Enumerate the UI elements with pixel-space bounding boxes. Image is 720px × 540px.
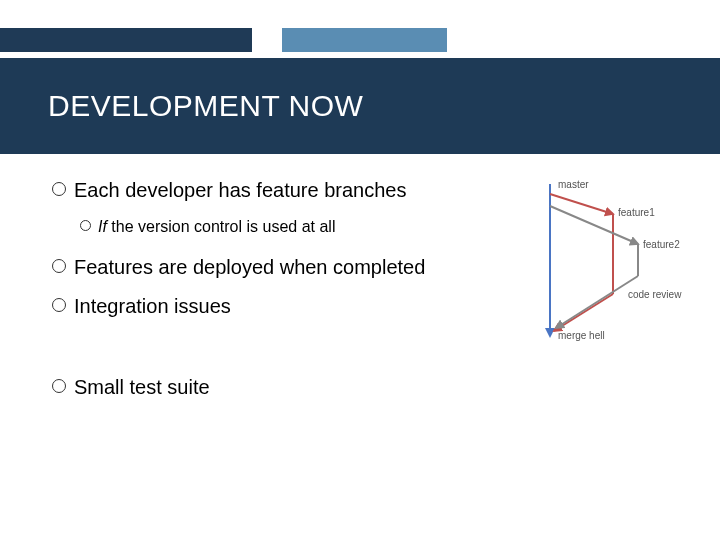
band-blue [282,28,447,52]
band-dark [0,28,252,52]
label-feature1: feature1 [618,207,655,218]
label-feature2: feature2 [643,239,680,250]
circle-bullet-icon [52,298,66,312]
circle-bullet-icon [80,220,91,231]
bullet-2-text: Features are deployed when completed [74,255,425,280]
label-master: master [558,179,589,190]
bullet-1: Each developer has feature branches [52,178,482,203]
bullet-4: Small test suite [52,375,482,400]
bullet-4-text: Small test suite [74,375,210,400]
circle-bullet-icon [52,259,66,273]
top-color-band [0,28,720,52]
bullet-2: Features are deployed when completed [52,255,482,280]
sub-italic: If [98,218,107,235]
band-gap [252,28,282,52]
band-rest [447,28,720,52]
circle-bullet-icon [52,379,66,393]
bullet-1-sub-text: If the version control is used at all [98,217,335,237]
feature1-merge [554,294,613,331]
bullet-1-text: Each developer has feature branches [74,178,406,203]
bullet-1-sub: If the version control is used at all [80,217,482,237]
spacer [52,333,482,375]
circle-bullet-icon [52,182,66,196]
bullet-3-text: Integration issues [74,294,231,319]
sub-rest: the version control is used at all [107,218,336,235]
feature2-merge [556,276,638,328]
label-code-review: code review [628,289,682,300]
content-area: Each developer has feature branches If t… [52,178,482,414]
slide-title: DEVELOPMENT NOW [48,89,363,123]
branch-diagram: master feature1 feature2 code review mer… [518,176,698,361]
bullet-3: Integration issues [52,294,482,319]
title-bar: DEVELOPMENT NOW [0,58,720,154]
label-merge-hell: merge hell [558,330,605,341]
